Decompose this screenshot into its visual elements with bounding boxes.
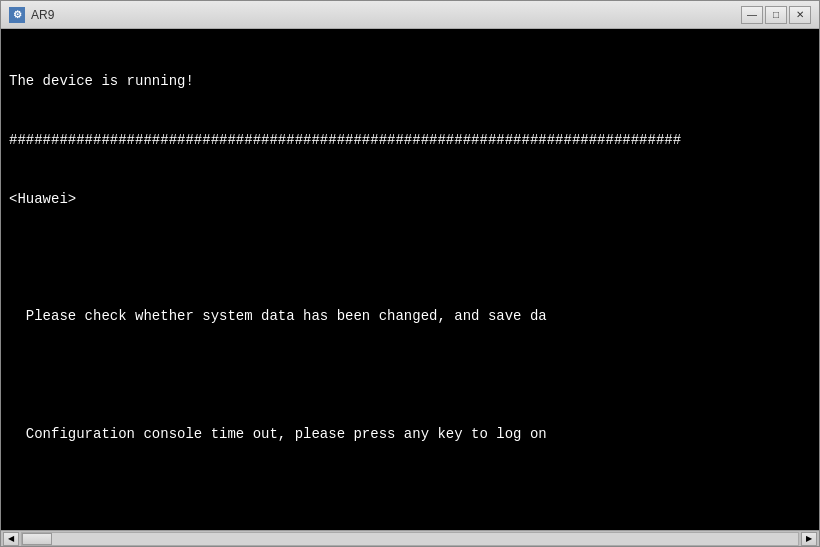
terminal-line-8 (9, 484, 811, 504)
app-icon-text: ⚙ (13, 9, 22, 20)
title-bar-left: ⚙ AR9 (9, 7, 54, 23)
title-bar: ⚙ AR9 — □ ✕ (1, 1, 819, 29)
scroll-track[interactable] (21, 532, 799, 546)
terminal-line-7: Configuration console time out, please p… (9, 425, 811, 445)
terminal-line-6 (9, 366, 811, 386)
minimize-button[interactable]: — (741, 6, 763, 24)
scroll-left-button[interactable]: ◀ (3, 532, 19, 546)
terminal-content: The device is running! #################… (1, 29, 819, 530)
app-icon: ⚙ (9, 7, 25, 23)
terminal-line-2: ########################################… (9, 131, 811, 151)
close-button[interactable]: ✕ (789, 6, 811, 24)
restore-button[interactable]: □ (765, 6, 787, 24)
terminal-line-1: The device is running! (9, 72, 811, 92)
main-window: ⚙ AR9 — □ ✕ The device is running! #####… (0, 0, 820, 547)
terminal-line-3: <Huawei> (9, 190, 811, 210)
scroll-thumb[interactable] (22, 533, 52, 545)
terminal-line-5: Please check whether system data has bee… (9, 307, 811, 327)
terminal-area[interactable]: The device is running! #################… (1, 29, 819, 530)
window-controls: — □ ✕ (741, 6, 811, 24)
horizontal-scrollbar[interactable]: ◀ ▶ (1, 530, 819, 546)
terminal-line-4 (9, 249, 811, 269)
window-title: AR9 (31, 8, 54, 22)
scroll-right-button[interactable]: ▶ (801, 532, 817, 546)
